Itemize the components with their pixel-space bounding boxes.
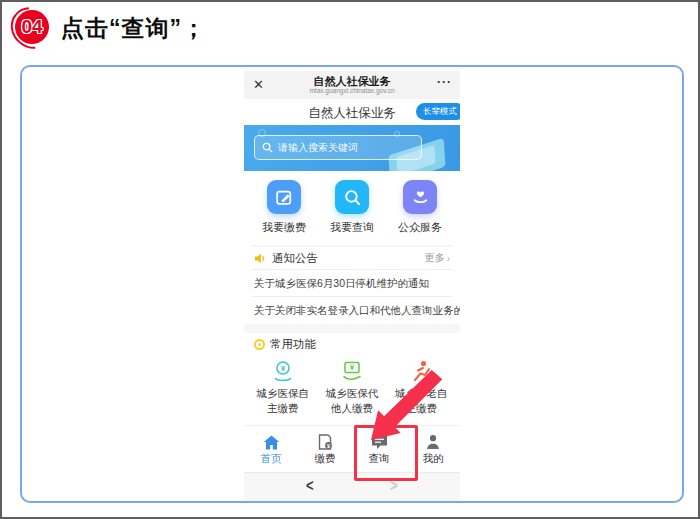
notice-item[interactable]: 关于城乡医保6月30日停机维护的通知 <box>244 270 460 296</box>
common-functions-header: 常用功能 <box>244 333 460 355</box>
search-banner: 请输入搜索关键词 <box>244 125 460 171</box>
svg-text:¥: ¥ <box>350 363 355 372</box>
receipt-yuan-icon: ¥ <box>317 434 333 450</box>
nav-back-icon[interactable]: < <box>306 476 314 496</box>
quick-action-pay[interactable]: 我要缴费 <box>253 180 315 245</box>
common-item-label: 城乡医保自 主缴费 <box>249 386 317 416</box>
quick-action-label: 公众服务 <box>389 220 451 235</box>
elder-mode-button[interactable]: 长辈模式 <box>416 103 460 120</box>
miniapp-title: 自然人社保业务 <box>244 75 460 87</box>
search-icon <box>335 180 369 214</box>
tab-label: 缴费 <box>315 452 336 466</box>
step-title: 点击“查询”； <box>61 13 206 44</box>
search-icon <box>262 142 273 153</box>
speaker-icon <box>254 253 267 264</box>
more-label: 更多 <box>425 251 445 265</box>
tab-pay[interactable]: ¥ 缴费 <box>298 426 352 472</box>
quick-action-label: 我要缴费 <box>253 220 315 235</box>
miniapp-titlebar: ✕ 自然人社保业务 mtax.guangxi.chinatax.gov.cn ·… <box>244 71 460 99</box>
browser-nav-row: < > <box>244 472 460 501</box>
common-functions-title: 常用功能 <box>270 337 316 352</box>
search-input[interactable]: 请输入搜索关键词 <box>254 135 422 160</box>
miniapp-url: mtax.guangxi.chinatax.gov.cn <box>244 87 460 94</box>
section-gap <box>244 324 460 333</box>
chevron-right-icon: › <box>447 253 450 264</box>
notice-item[interactable]: 关于关闭非实名登录入口和代他人查询业务的通知 <box>244 297 460 323</box>
common-item-medical-self-pay[interactable]: ¥ 城乡医保自 主缴费 <box>249 357 317 423</box>
tab-label: 首页 <box>261 452 282 466</box>
yuan-coin-hand-icon: ¥ <box>249 357 317 383</box>
miniapp-title-block: 自然人社保业务 mtax.guangxi.chinatax.gov.cn <box>244 75 460 94</box>
notice-more-link[interactable]: 更多 › <box>425 251 450 265</box>
search-placeholder: 请输入搜索关键词 <box>278 141 358 155</box>
quick-action-label: 我要查询 <box>321 220 383 235</box>
more-menu-icon[interactable]: ··· <box>437 75 452 89</box>
hands-heart-icon <box>403 180 437 214</box>
annotation-arrow <box>359 370 445 450</box>
step-number-badge: 04 <box>15 10 49 44</box>
edit-icon <box>267 180 301 214</box>
notice-header: 通知公告 更多 › <box>244 247 460 269</box>
quick-actions: 我要缴费 我要查询 公众服务 <box>244 171 460 245</box>
tab-home[interactable]: 首页 <box>244 426 298 472</box>
tab-label: 我的 <box>423 452 444 466</box>
svg-text:¥: ¥ <box>280 364 285 373</box>
page-header: 自然人社保业务 长辈模式 <box>244 99 460 125</box>
quick-action-public-service[interactable]: 公众服务 <box>389 180 451 245</box>
tutorial-page: 04 点击“查询”； ✕ 自然人社保业务 mtax.guangxi.chinat… <box>0 0 700 519</box>
notice-title: 通知公告 <box>272 251 318 266</box>
close-icon[interactable]: ✕ <box>253 77 264 92</box>
home-icon <box>263 435 280 450</box>
quick-action-query[interactable]: 我要查询 <box>321 180 383 245</box>
gear-ring-icon <box>254 339 265 350</box>
